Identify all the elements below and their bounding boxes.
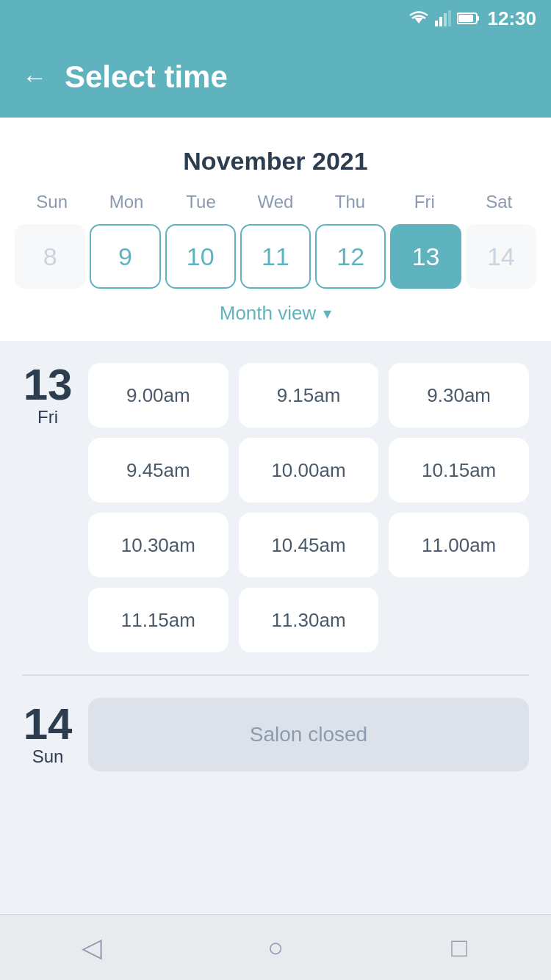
time-slot-1015am[interactable]: 10.15am	[389, 438, 529, 502]
status-bar: 12:30	[0, 0, 551, 37]
svg-marker-0	[414, 18, 423, 24]
day-name-14: Sun	[32, 746, 64, 767]
battery-icon	[457, 12, 480, 25]
weekday-mon: Mon	[89, 187, 163, 217]
day-block-14: 14 Sun Salon closed	[0, 676, 551, 793]
svg-rect-5	[448, 10, 451, 26]
header: ← Select time	[0, 37, 551, 118]
day-number-14: 14	[24, 702, 73, 746]
date-cell-8[interactable]: 8	[15, 224, 85, 289]
time-slot-930am[interactable]: 9.30am	[389, 363, 529, 428]
date-cell-14[interactable]: 14	[466, 224, 536, 289]
salon-closed-label: Salon closed	[88, 698, 529, 771]
svg-rect-4	[444, 13, 447, 26]
time-slot-1000am[interactable]: 10.00am	[239, 438, 379, 502]
time-slots-section: 13 Fri 9.00am 9.15am 9.30am 9.45am 10.00…	[0, 341, 551, 914]
calendar-section: November 2021 Sun Mon Tue Wed Thu Fri Sa…	[0, 118, 551, 341]
day-label-14: 14 Sun	[22, 702, 73, 767]
time-slot-1115am[interactable]: 11.15am	[88, 588, 228, 652]
time-slot-1030am[interactable]: 10.30am	[88, 513, 228, 577]
status-icons	[408, 10, 480, 26]
date-cell-9[interactable]: 9	[90, 224, 160, 289]
status-time: 12:30	[488, 7, 537, 30]
time-grid-13: 9.00am 9.15am 9.30am 9.45am 10.00am 10.1…	[88, 363, 529, 652]
weekday-wed: Wed	[238, 187, 312, 217]
back-nav-icon[interactable]: ◁	[70, 926, 114, 970]
signal-icon	[435, 10, 451, 26]
time-slot-1130am[interactable]: 11.30am	[239, 588, 379, 652]
weekday-thu: Thu	[313, 187, 387, 217]
time-slot-915am[interactable]: 9.15am	[239, 363, 379, 428]
back-button[interactable]: ←	[22, 65, 47, 90]
day-name-13: Fri	[37, 407, 58, 428]
month-view-label: Month view	[220, 302, 317, 325]
page-title: Select time	[65, 60, 228, 95]
day-label-13: 13 Fri	[22, 363, 73, 428]
weekday-sat: Sat	[462, 187, 536, 217]
svg-rect-8	[458, 15, 473, 22]
time-slot-1045am[interactable]: 10.45am	[239, 513, 379, 577]
month-year-label: November 2021	[15, 132, 536, 187]
time-slot-900am[interactable]: 9.00am	[88, 363, 228, 428]
weekday-tue: Tue	[164, 187, 238, 217]
date-row: 8 9 10 11 12 13 14	[15, 224, 536, 289]
svg-rect-2	[435, 21, 438, 26]
weekday-row: Sun Mon Tue Wed Thu Fri Sat	[15, 187, 536, 217]
bottom-nav: ◁ ○ □	[0, 914, 551, 980]
chevron-down-icon: ▾	[323, 304, 331, 323]
time-slot-1100am[interactable]: 11.00am	[389, 513, 529, 577]
date-cell-10[interactable]: 10	[165, 224, 236, 289]
time-slot-945am[interactable]: 9.45am	[88, 438, 228, 502]
date-cell-13[interactable]: 13	[390, 224, 461, 289]
month-view-toggle[interactable]: Month view ▾	[15, 289, 536, 341]
day-number-13: 13	[24, 363, 73, 407]
home-nav-icon[interactable]: ○	[253, 926, 298, 970]
day-block-13: 13 Fri 9.00am 9.15am 9.30am 9.45am 10.00…	[0, 341, 551, 674]
weekday-sun: Sun	[15, 187, 89, 217]
date-cell-12[interactable]: 12	[315, 224, 386, 289]
wifi-icon	[408, 10, 429, 26]
weekday-fri: Fri	[387, 187, 461, 217]
recents-nav-icon[interactable]: □	[437, 926, 481, 970]
svg-rect-3	[439, 17, 442, 26]
svg-rect-7	[477, 16, 479, 21]
date-cell-11[interactable]: 11	[240, 224, 311, 289]
